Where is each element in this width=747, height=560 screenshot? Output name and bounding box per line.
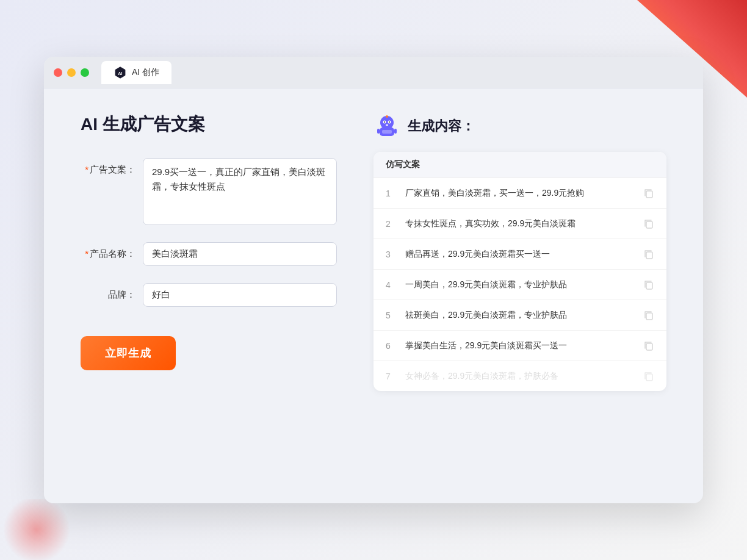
row-number: 4 (386, 280, 398, 290)
right-panel: 生成内容： 仿写文案 1 厂家直销，美白淡斑霜，买一送一，29.9元抢购 (374, 113, 666, 479)
svg-rect-17 (646, 282, 652, 289)
row-number: 7 (386, 372, 398, 381)
row-number: 1 (386, 188, 398, 198)
table-row: 7 女神必备，29.9元美白淡斑霜，护肤必备 (374, 361, 666, 391)
ad-copy-input[interactable] (143, 158, 337, 225)
product-name-label: *产品名称： (81, 242, 135, 260)
tab-label: AI 创作 (132, 67, 159, 78)
close-button[interactable] (54, 68, 62, 77)
svg-rect-18 (646, 313, 652, 320)
row-text: 专抹女性斑点，真实功效，29.9元美白淡斑霜 (405, 217, 636, 230)
brand-row: 品牌： (81, 283, 337, 307)
table-row: 3 赠品再送，29.9元美白淡斑霜买一送一 (374, 239, 666, 270)
svg-rect-7 (386, 124, 388, 126)
table-row: 2 专抹女性斑点，真实功效，29.9元美白淡斑霜 (374, 209, 666, 239)
row-text: 祛斑美白，29.9元美白淡斑霜，专业护肤品 (405, 309, 636, 321)
maximize-button[interactable] (81, 68, 89, 77)
copy-icon[interactable] (643, 218, 654, 229)
minimize-button[interactable] (67, 68, 76, 77)
brand-input[interactable] (143, 283, 337, 307)
svg-point-6 (389, 121, 390, 123)
svg-rect-13 (394, 129, 397, 134)
required-star-product: * (85, 248, 88, 259)
title-bar: AI AI 创作 (44, 57, 703, 88)
generate-button[interactable]: 立即生成 (81, 336, 176, 370)
brand-label: 品牌： (81, 283, 135, 301)
svg-rect-15 (646, 221, 652, 228)
window-controls (54, 68, 89, 77)
table-header: 仿写文案 (374, 152, 666, 178)
row-number: 2 (386, 219, 398, 229)
svg-rect-12 (377, 129, 380, 134)
row-number: 6 (386, 341, 398, 351)
svg-rect-16 (646, 252, 652, 259)
left-panel: AI 生成广告文案 *广告文案： *产品名称： 品牌： 立 (81, 113, 337, 479)
svg-rect-20 (646, 374, 652, 381)
required-star-ad: * (85, 164, 88, 174)
ai-tab-icon: AI (114, 66, 127, 79)
row-text: 厂家直销，美白淡斑霜，买一送一，29.9元抢购 (405, 187, 636, 199)
row-text: 一周美白，29.9元美白淡斑霜，专业护肤品 (405, 278, 636, 291)
ad-copy-row: *广告文案： (81, 158, 337, 225)
row-text: 赠品再送，29.9元美白淡斑霜买一送一 (405, 248, 636, 260)
ad-copy-label: *广告文案： (81, 158, 135, 176)
svg-rect-14 (646, 191, 652, 198)
copy-icon[interactable] (643, 279, 654, 290)
table-row: 5 祛斑美白，29.9元美白淡斑霜，专业护肤品 (374, 300, 666, 331)
row-number: 3 (386, 249, 398, 259)
browser-window: AI AI 创作 AI 生成广告文案 *广告文案： *产品名称： (44, 57, 703, 503)
row-text: 女神必备，29.9元美白淡斑霜，护肤必备 (405, 370, 636, 382)
svg-text:AI: AI (118, 70, 122, 76)
svg-rect-11 (382, 130, 392, 134)
row-text: 掌握美白生活，29.9元美白淡斑霜买一送一 (405, 339, 636, 352)
svg-point-9 (386, 115, 388, 118)
product-name-row: *产品名称： (81, 242, 337, 266)
result-table: 仿写文案 1 厂家直销，美白淡斑霜，买一送一，29.9元抢购 2 专抹女性斑点，… (374, 152, 666, 391)
table-row: 1 厂家直销，美白淡斑霜，买一送一，29.9元抢购 (374, 178, 666, 209)
copy-icon[interactable] (643, 188, 654, 199)
result-header: 生成内容： (374, 113, 666, 140)
main-content: AI 生成广告文案 *广告文案： *产品名称： 品牌： 立 (44, 88, 703, 503)
copy-icon[interactable] (643, 249, 654, 260)
row-number: 5 (386, 311, 398, 320)
robot-icon (374, 113, 400, 140)
copy-icon[interactable] (643, 340, 654, 351)
page-title: AI 生成广告文案 (81, 113, 337, 136)
ai-creation-tab[interactable]: AI AI 创作 (101, 61, 171, 84)
product-name-input[interactable] (143, 242, 337, 266)
copy-icon[interactable] (643, 310, 654, 321)
table-row: 6 掌握美白生活，29.9元美白淡斑霜买一送一 (374, 331, 666, 361)
result-title: 生成内容： (408, 117, 475, 135)
svg-point-5 (384, 121, 385, 123)
table-row: 4 一周美白，29.9元美白淡斑霜，专业护肤品 (374, 270, 666, 300)
copy-icon[interactable] (643, 371, 654, 382)
svg-rect-19 (646, 343, 652, 350)
